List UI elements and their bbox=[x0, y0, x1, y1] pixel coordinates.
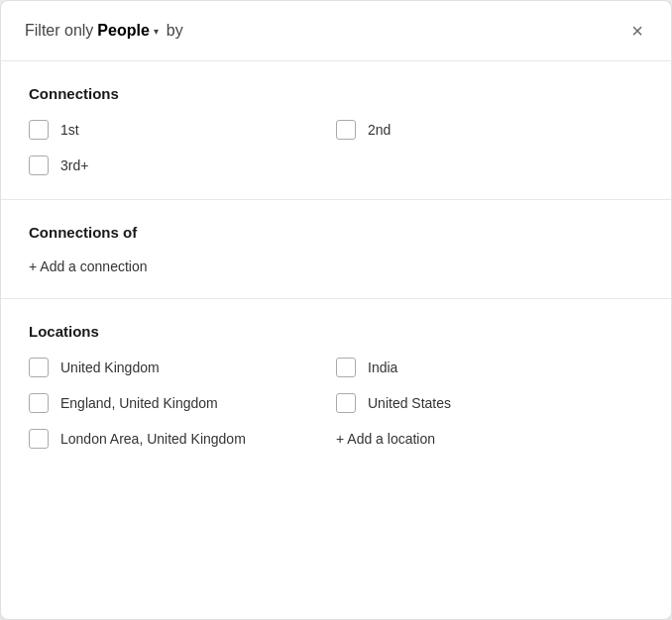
people-label: People bbox=[97, 22, 149, 40]
filter-panel: Filter only People ▾ by × Connections 1s… bbox=[0, 0, 672, 620]
locations-title: Locations bbox=[29, 323, 643, 340]
checkbox-label-us: United States bbox=[368, 395, 451, 411]
checkbox-label-1st: 1st bbox=[60, 122, 79, 138]
checkbox-label-london: London Area, United Kingdom bbox=[60, 431, 246, 447]
checkbox-item-india[interactable]: India bbox=[336, 358, 643, 377]
filter-only-text: Filter only bbox=[25, 22, 93, 40]
checkbox-label-england: England, United Kingdom bbox=[60, 395, 218, 411]
checkbox-england[interactable] bbox=[29, 393, 49, 413]
checkbox-uk[interactable] bbox=[29, 358, 49, 377]
people-dropdown[interactable]: People ▾ bbox=[97, 22, 158, 40]
checkbox-2nd[interactable] bbox=[336, 120, 356, 140]
connections-of-section: Connections of + Add a connection bbox=[1, 200, 671, 299]
add-connection-button[interactable]: + Add a connection bbox=[29, 258, 643, 274]
checkbox-label-3rd: 3rd+ bbox=[60, 157, 88, 173]
checkbox-item-us[interactable]: United States bbox=[336, 393, 643, 413]
checkbox-label-2nd: 2nd bbox=[368, 122, 391, 138]
checkbox-item-london[interactable]: London Area, United Kingdom bbox=[29, 429, 336, 449]
dropdown-arrow-icon: ▾ bbox=[154, 26, 159, 37]
checkbox-item-uk[interactable]: United Kingdom bbox=[29, 358, 336, 377]
checkbox-1st[interactable] bbox=[29, 120, 49, 140]
checkbox-india[interactable] bbox=[336, 358, 356, 377]
connections-section: Connections 1st 2nd 3rd+ bbox=[1, 61, 671, 200]
locations-section: Locations United Kingdom India England, … bbox=[1, 299, 671, 472]
checkbox-3rd[interactable] bbox=[29, 155, 49, 175]
checkbox-label-india: India bbox=[368, 360, 397, 375]
panel-header: Filter only People ▾ by × bbox=[1, 1, 671, 61]
connections-title: Connections bbox=[29, 85, 643, 102]
checkbox-london[interactable] bbox=[29, 429, 49, 449]
by-text: by bbox=[167, 22, 183, 40]
add-location-button[interactable]: + Add a location bbox=[336, 431, 435, 447]
connections-grid: 1st 2nd 3rd+ bbox=[29, 120, 643, 175]
connections-of-title: Connections of bbox=[29, 224, 643, 241]
add-location-cell: + Add a location bbox=[336, 429, 643, 449]
checkbox-item-2nd[interactable]: 2nd bbox=[336, 120, 643, 140]
locations-grid: United Kingdom India England, United Kin… bbox=[29, 358, 643, 449]
checkbox-label-uk: United Kingdom bbox=[60, 360, 160, 375]
checkbox-item-england[interactable]: England, United Kingdom bbox=[29, 393, 336, 413]
checkbox-us[interactable] bbox=[336, 393, 356, 413]
checkbox-item-1st[interactable]: 1st bbox=[29, 120, 336, 140]
close-button[interactable]: × bbox=[627, 19, 647, 43]
checkbox-item-3rd[interactable]: 3rd+ bbox=[29, 155, 336, 175]
